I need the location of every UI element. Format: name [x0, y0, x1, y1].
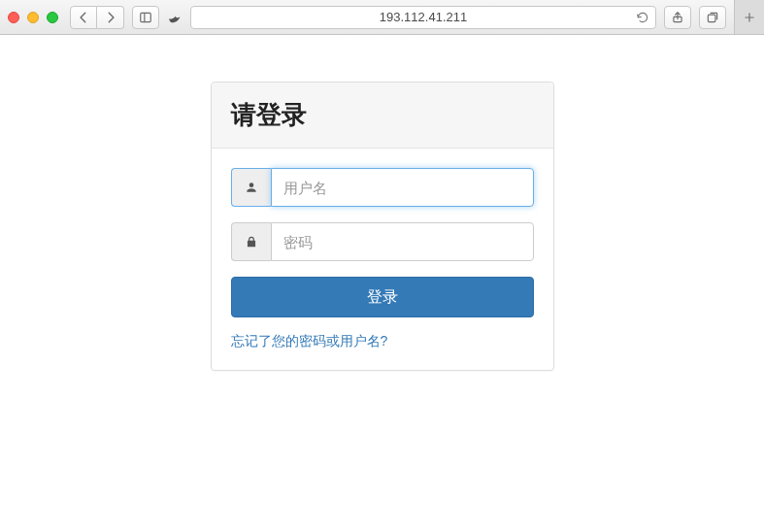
window-maximize-button[interactable]: [47, 12, 58, 23]
reload-icon: [636, 11, 649, 24]
site-favicon: [167, 10, 183, 25]
browser-toolbar: 193.112.41.211: [0, 0, 764, 35]
tabs-button[interactable]: [699, 6, 726, 29]
login-panel: 请登录 登录 忘记了您的密码或用户名?: [211, 82, 554, 371]
new-tab-button[interactable]: [734, 0, 764, 34]
window-close-button[interactable]: [8, 12, 19, 23]
tabs-icon: [706, 11, 719, 24]
plus-icon: [743, 11, 756, 24]
username-field-group: [231, 168, 534, 207]
password-input[interactable]: [271, 222, 534, 261]
chevron-right-icon: [104, 11, 117, 24]
page-content: 请登录 登录 忘记了您的密码或用户名?: [0, 35, 764, 371]
window-minimize-button[interactable]: [27, 12, 39, 23]
login-submit-button[interactable]: 登录: [231, 277, 534, 317]
sidebar-toggle-button[interactable]: [132, 6, 159, 29]
forgot-link[interactable]: 忘记了您的密码或用户名?: [231, 333, 388, 350]
username-input[interactable]: [271, 168, 534, 207]
nav-buttons: [70, 6, 124, 29]
svg-rect-3: [708, 15, 715, 22]
username-addon: [231, 168, 271, 207]
sidebar-icon: [139, 11, 152, 24]
lock-icon: [245, 235, 258, 249]
svg-rect-0: [141, 13, 151, 21]
bird-icon: [167, 10, 183, 25]
password-addon: [231, 222, 271, 261]
window-controls: [8, 12, 58, 23]
password-field-group: [231, 222, 534, 261]
reload-button[interactable]: [636, 11, 649, 24]
user-icon: [245, 181, 258, 194]
share-icon: [671, 11, 684, 24]
address-bar[interactable]: 193.112.41.211: [190, 6, 656, 29]
back-button[interactable]: [70, 6, 97, 29]
address-bar-text: 193.112.41.211: [380, 10, 467, 24]
forward-button[interactable]: [97, 6, 124, 29]
login-panel-body: 登录 忘记了您的密码或用户名?: [212, 149, 553, 370]
chevron-left-icon: [77, 11, 90, 24]
login-title: 请登录: [231, 98, 534, 132]
login-panel-header: 请登录: [212, 83, 553, 149]
share-button[interactable]: [664, 6, 691, 29]
